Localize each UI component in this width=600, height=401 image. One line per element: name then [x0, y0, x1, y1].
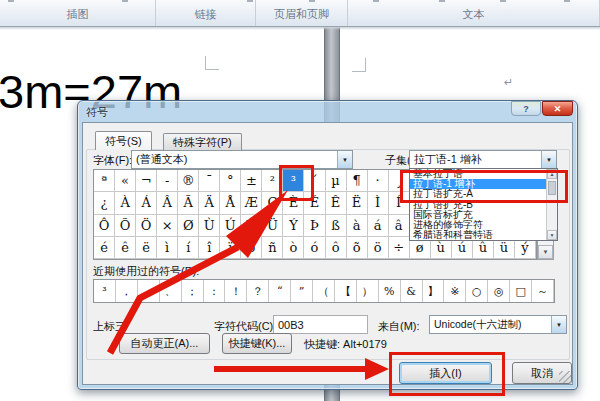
subset-combobox[interactable]: 拉丁语-1 增补 ▼: [409, 150, 557, 169]
symbol-cell[interactable]: Ç: [262, 192, 283, 214]
symbol-cell[interactable]: Ë: [347, 192, 368, 214]
symbol-cell[interactable]: Æ: [241, 192, 262, 214]
subset-list-scrollbar[interactable]: ▲ ▼: [546, 169, 557, 240]
recent-symbol-cell[interactable]: ；: [182, 280, 204, 302]
symbol-cell[interactable]: ²: [262, 170, 283, 192]
recent-symbol-cell[interactable]: ◎: [488, 280, 510, 302]
symbol-cell[interactable]: Ú: [220, 215, 241, 237]
insert-button[interactable]: 插入(I): [399, 362, 492, 384]
symbol-cell[interactable]: ö: [368, 237, 389, 259]
symbol-cell[interactable]: é: [94, 237, 115, 259]
recent-symbol-cell[interactable]: ？: [247, 280, 269, 302]
recent-symbol-cell[interactable]: 。: [138, 280, 160, 302]
recent-symbol-cell[interactable]: 【: [335, 280, 357, 302]
recent-symbol-cell[interactable]: 、: [160, 280, 182, 302]
symbol-cell[interactable]: Ö: [136, 215, 157, 237]
autocorrect-button[interactable]: 自动更正(A)...: [119, 333, 210, 354]
symbol-cell[interactable]: ñ: [262, 237, 283, 259]
help-button[interactable]: ?: [511, 101, 541, 116]
symbol-cell[interactable]: Ø: [178, 215, 199, 237]
symbol-cell[interactable]: Â: [157, 192, 178, 214]
scroll-up-icon[interactable]: ▲: [547, 169, 557, 179]
symbol-cell[interactable]: -: [157, 170, 178, 192]
recent-symbol-cell[interactable]: 】: [423, 280, 445, 302]
symbol-cell[interactable]: ô: [326, 237, 347, 259]
recent-symbol-cell[interactable]: &: [401, 280, 423, 302]
font-combobox[interactable]: (普通文本) ▼: [131, 150, 353, 169]
tab-symbols[interactable]: 符号(S): [95, 131, 152, 150]
shortcut-key-button[interactable]: 快捷键(K)...: [222, 333, 292, 354]
recent-symbol-cell[interactable]: （: [313, 280, 335, 302]
symbol-cell[interactable]: ±: [241, 170, 262, 192]
symbol-cell[interactable]: ¶: [347, 170, 368, 192]
symbol-cell[interactable]: Ä: [199, 192, 220, 214]
scrollbar-thumb[interactable]: [548, 181, 556, 195]
scroll-down-icon[interactable]: ▼: [547, 230, 557, 240]
symbol-cell[interactable]: â: [389, 215, 410, 237]
symbol-cell[interactable]: ¿: [94, 192, 115, 214]
subset-option[interactable]: 希腊语和科普特语: [410, 230, 546, 240]
symbol-cell[interactable]: É: [304, 192, 325, 214]
symbol-cell[interactable]: ¸: [389, 170, 410, 192]
subset-option[interactable]: 基本拉丁语: [410, 169, 546, 179]
symbol-cell-selected[interactable]: ³: [283, 170, 304, 192]
from-dropdown-button[interactable]: ▼: [551, 316, 566, 333]
char-code-input[interactable]: 00B3: [273, 315, 368, 334]
symbol-cell[interactable]: ¬: [136, 170, 157, 192]
symbol-cell[interactable]: ×: [157, 215, 178, 237]
recent-symbol-cell[interactable]: ）: [357, 280, 379, 302]
symbol-cell[interactable]: Ã: [178, 192, 199, 214]
symbol-cell[interactable]: î: [199, 237, 220, 259]
symbol-cell[interactable]: ß: [326, 215, 347, 237]
tab-special-chars[interactable]: 特殊字符(P): [163, 133, 242, 150]
resize-grip[interactable]: [559, 371, 571, 383]
recent-symbol-cell[interactable]: ～: [532, 280, 554, 302]
from-combobox[interactable]: Unicode(十六进制) ▼: [429, 315, 567, 334]
symbol-cell[interactable]: à: [347, 215, 368, 237]
symbol-cell[interactable]: «: [115, 170, 136, 192]
recent-symbol-cell[interactable]: %: [379, 280, 401, 302]
symbol-cell[interactable]: õ: [347, 237, 368, 259]
symbol-cell[interactable]: ·: [368, 170, 389, 192]
recent-symbol-cell[interactable]: ！: [225, 280, 247, 302]
recent-symbol-cell[interactable]: ³: [94, 280, 116, 302]
symbol-cell[interactable]: ´: [304, 170, 325, 192]
symbol-cell[interactable]: ì: [157, 237, 178, 259]
symbol-cell[interactable]: °: [220, 170, 241, 192]
symbol-cell[interactable]: ë: [136, 237, 157, 259]
symbol-cell[interactable]: Ü: [262, 215, 283, 237]
symbol-cell[interactable]: Å: [220, 192, 241, 214]
symbol-cell[interactable]: ó: [304, 237, 325, 259]
subset-option[interactable]: 拉丁语-1 增补: [410, 179, 546, 189]
symbol-cell[interactable]: À: [115, 192, 136, 214]
recent-symbol-cell[interactable]: ，: [116, 280, 138, 302]
subset-option[interactable]: 进格的修饰字符: [410, 220, 546, 230]
recent-symbol-cell[interactable]: “: [269, 280, 291, 302]
symbol-cell[interactable]: Í: [389, 192, 410, 214]
font-dropdown-button[interactable]: ▼: [337, 151, 352, 168]
symbol-cell[interactable]: í: [178, 237, 199, 259]
symbol-cell[interactable]: ÷: [389, 237, 410, 259]
symbol-cell[interactable]: ð: [241, 237, 262, 259]
symbol-cell[interactable]: Ô: [94, 215, 115, 237]
symbol-cell[interactable]: Þ: [304, 215, 325, 237]
recent-symbol-cell[interactable]: □: [510, 280, 532, 302]
symbol-cell[interactable]: Á: [136, 192, 157, 214]
symbol-cell[interactable]: ò: [283, 237, 304, 259]
symbol-cell[interactable]: ê: [115, 237, 136, 259]
symbol-cell[interactable]: ï: [220, 237, 241, 259]
close-button[interactable]: ✕: [542, 101, 573, 116]
subset-option[interactable]: 拉丁语扩充-A: [410, 189, 546, 199]
symbol-cell[interactable]: ¯: [199, 170, 220, 192]
symbol-cell[interactable]: Û: [241, 215, 262, 237]
recent-symbol-cell[interactable]: ”: [291, 280, 313, 302]
recent-symbol-cell[interactable]: ○: [466, 280, 488, 302]
symbol-cell[interactable]: È: [283, 192, 304, 214]
symbol-cell[interactable]: Ù: [199, 215, 220, 237]
recent-symbol-cell[interactable]: ※: [444, 280, 466, 302]
symbol-cell[interactable]: µ: [326, 170, 347, 192]
dialog-titlebar[interactable]: 符号 ? ✕: [78, 101, 577, 122]
scroll-down-icon[interactable]: ▼: [538, 245, 553, 259]
symbol-cell[interactable]: ®: [178, 170, 199, 192]
subset-option[interactable]: 国际音标扩充: [410, 210, 546, 220]
